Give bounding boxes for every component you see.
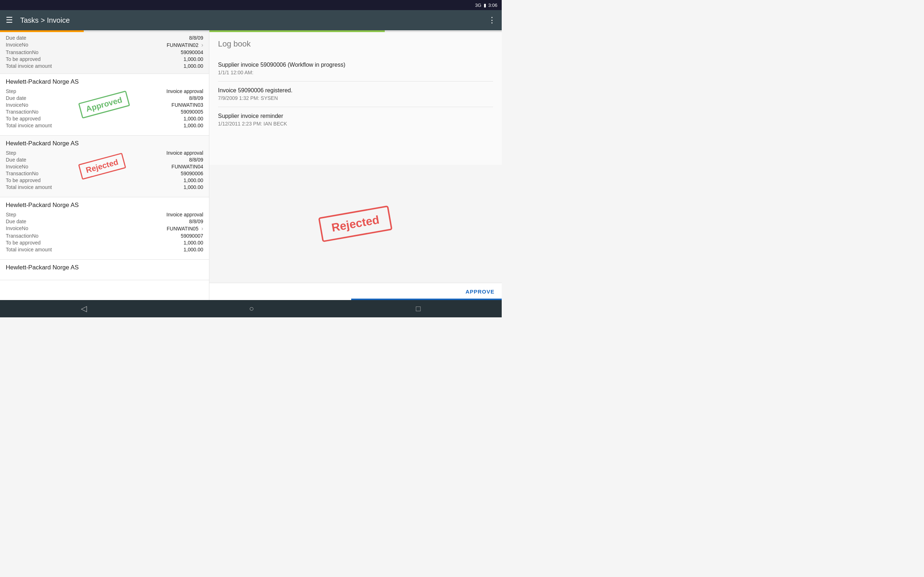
menu-icon[interactable]: ☰: [6, 16, 13, 25]
step-value-1: Invoice approval: [166, 89, 203, 94]
invoice-card-4[interactable]: Hewlett-Packard Norge AS: [0, 259, 209, 280]
to-approve-value-3: 1,000.00: [184, 240, 204, 246]
to-approve-label-2: To be approved: [6, 177, 41, 183]
recents-button[interactable]: □: [416, 304, 420, 313]
total-value-3: 1,000.00: [184, 247, 204, 253]
to-approve-row-3: To be approved 1,000.00: [6, 240, 203, 246]
company-name-1: Hewlett-Packard Norge AS: [6, 78, 203, 85]
back-button[interactable]: ◁: [81, 304, 87, 313]
trans-no-row-3: TransactionNo 59090007: [6, 233, 203, 239]
trans-no-label-1: TransactionNo: [6, 109, 39, 115]
approve-bar: APPROVE: [209, 283, 502, 300]
total-value-1: 1,000.00: [184, 122, 204, 128]
home-button[interactable]: ○: [249, 304, 254, 313]
to-approve-value-2: 1,000.00: [184, 177, 204, 183]
transaction-value: 59090004: [181, 49, 203, 55]
status-bar: 3G ▮ 3:06: [0, 0, 502, 10]
step-label-1: Step: [6, 89, 16, 94]
trans-no-row-2: TransactionNo 59090006: [6, 171, 203, 176]
to-approve-row-2: To be approved 1,000.00: [6, 177, 203, 183]
log-entry-subtitle-2: 7/9/2009 1:32 PM: SYSEN: [218, 95, 493, 101]
transaction-label: TransactionNo: [6, 49, 39, 55]
total-row-3: Total invoice amount 1,000.00: [6, 247, 203, 253]
log-entry-3: Supplier invoice reminder 1/12/2011 2:23…: [218, 107, 493, 132]
invoice-no-value-2: FUNWATIN04: [171, 164, 203, 169]
total-row-1: Total invoice amount 1,000.00: [6, 122, 203, 128]
step-label-2: Step: [6, 150, 16, 156]
app-bar: ☰ Tasks > Invoice ⋮: [0, 10, 502, 30]
to-approve-label-1: To be approved: [6, 116, 41, 121]
invoice-no-value: FUNWATIN02 ›: [167, 42, 203, 48]
transaction-no-row: TransactionNo 59090004: [6, 49, 203, 55]
log-book-title: Log book: [218, 39, 493, 49]
to-approve-label-3: To be approved: [6, 240, 41, 246]
step-row-3: Step Invoice approval: [6, 212, 203, 218]
due-date-label-1: Due date: [6, 95, 26, 101]
due-date-value-2: 8/8/09: [189, 157, 203, 163]
to-be-approved-row: To be approved 1,000.00: [6, 56, 203, 62]
trans-no-row-1: TransactionNo 59090005: [6, 109, 203, 115]
to-be-approved-label: To be approved: [6, 56, 41, 62]
total-amount-value-truncated: 1,000.00: [184, 63, 204, 69]
total-row-2: Total invoice amount 1,000.00: [6, 184, 203, 190]
log-entry-1: Supplier invoice 59090006 (Workflow in p…: [218, 56, 493, 82]
signal-icon: 3G: [475, 3, 481, 8]
app-bar-title: Tasks > Invoice: [20, 16, 488, 24]
invoice-card-3[interactable]: Hewlett-Packard Norge AS Step Invoice ap…: [0, 197, 209, 259]
invoice-card-1[interactable]: Hewlett-Packard Norge AS Approved Step I…: [0, 74, 209, 135]
invoice-no-value-3: FUNWATIN05 ›: [167, 226, 203, 232]
due-date-label-2: Due date: [6, 157, 26, 163]
total-label-3: Total invoice amount: [6, 247, 52, 253]
log-entry-2: Invoice 59090006 registered. 7/9/2009 1:…: [218, 82, 493, 107]
company-name-2: Hewlett-Packard Norge AS: [6, 140, 203, 147]
invoice-no-row-3[interactable]: InvoiceNo FUNWATIN05 ›: [6, 226, 203, 232]
trans-no-label-3: TransactionNo: [6, 233, 39, 239]
total-label-1: Total invoice amount: [6, 122, 52, 128]
step-value-3: Invoice approval: [166, 212, 203, 218]
to-approve-row-1: To be approved 1,000.00: [6, 116, 203, 121]
step-row-1: Step Invoice approval: [6, 89, 203, 94]
due-date-row-1: Due date 8/8/09: [6, 95, 203, 101]
total-label-2: Total invoice amount: [6, 184, 52, 190]
to-approve-value-1: 1,000.00: [184, 116, 204, 121]
chevron-icon-3: ›: [201, 226, 203, 232]
chevron-icon: ›: [201, 42, 203, 48]
due-date-label-3: Due date: [6, 219, 26, 224]
nav-bar: ◁ ○ □: [0, 300, 502, 318]
invoice-no-label-2: InvoiceNo: [6, 164, 28, 169]
invoice-no-row-2: InvoiceNo FUNWATIN04: [6, 164, 203, 169]
company-name-3: Hewlett-Packard Norge AS: [6, 201, 203, 209]
step-label-3: Step: [6, 212, 16, 218]
invoice-no-value-1: FUNWATIN03: [171, 102, 203, 108]
left-panel: Due date 8/8/09 InvoiceNo FUNWATIN02 › T…: [0, 30, 209, 300]
rejected-stamp-right: Rejected: [318, 205, 393, 242]
status-icons: 3G ▮ 3:06: [475, 3, 498, 8]
step-row-2: Step Invoice approval: [6, 150, 203, 156]
right-panel: Log book Supplier invoice 59090006 (Work…: [209, 30, 502, 300]
due-date-row-2: Due date 8/8/09: [6, 157, 203, 163]
step-value-2: Invoice approval: [166, 150, 203, 156]
approve-button[interactable]: APPROVE: [465, 288, 494, 295]
more-options-icon[interactable]: ⋮: [488, 16, 496, 25]
total-amount-row-truncated: Total invoice amount 1,000.00: [6, 63, 203, 69]
right-stamp-area: Rejected: [209, 165, 502, 283]
trans-no-value-2: 59090006: [181, 171, 203, 176]
log-entry-subtitle-1: 1/1/1 12:00 AM:: [218, 69, 493, 76]
due-date-row: Due date 8/8/09: [6, 35, 203, 41]
log-book-area: Log book Supplier invoice 59090006 (Work…: [209, 32, 502, 165]
trans-no-value-1: 59090005: [181, 109, 203, 115]
due-date-value-3: 8/8/09: [189, 219, 203, 224]
invoice-card-2[interactable]: Hewlett-Packard Norge AS Rejected Step I…: [0, 135, 209, 197]
total-value-2: 1,000.00: [184, 184, 204, 190]
time-display: 3:06: [488, 3, 498, 8]
due-date-value: 8/8/09: [189, 35, 203, 41]
log-entry-title-2: Invoice 59090006 registered.: [218, 87, 493, 94]
trans-no-label-2: TransactionNo: [6, 171, 39, 176]
log-entry-subtitle-3: 1/12/2011 2:23 PM: IAN BECK: [218, 121, 493, 127]
invoice-no-row[interactable]: InvoiceNo FUNWATIN02 ›: [6, 42, 203, 48]
log-entry-title-1: Supplier invoice 59090006 (Workflow in p…: [218, 62, 493, 68]
total-amount-label-truncated: Total invoice amount: [6, 63, 52, 69]
trans-no-value-3: 59090007: [181, 233, 203, 239]
to-be-approved-value: 1,000.00: [184, 56, 204, 62]
company-name-4: Hewlett-Packard Norge AS: [6, 264, 203, 271]
